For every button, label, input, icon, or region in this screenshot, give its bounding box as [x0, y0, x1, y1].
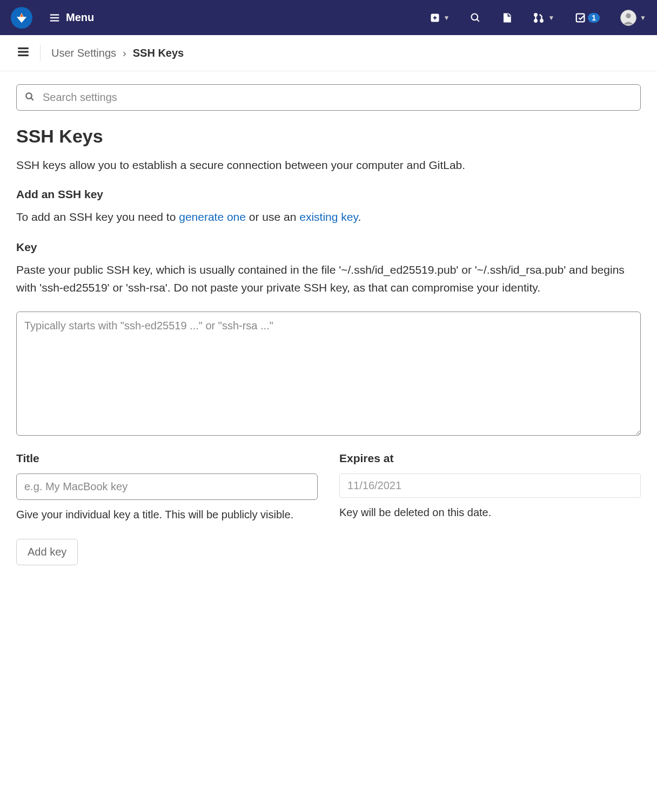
- todos-link[interactable]: 1: [575, 12, 600, 24]
- svg-point-6: [535, 13, 538, 16]
- key-heading: Key: [16, 241, 641, 254]
- page-title: SSH Keys: [16, 126, 641, 147]
- svg-line-5: [477, 19, 479, 21]
- svg-point-4: [472, 13, 478, 20]
- breadcrumb-separator: ›: [123, 47, 126, 59]
- svg-point-7: [535, 19, 538, 22]
- breadcrumb-current: SSH Keys: [133, 47, 184, 59]
- title-help: Give your individual key a title. This w…: [16, 506, 318, 523]
- search-settings-input[interactable]: [16, 84, 641, 111]
- search-icon: [470, 12, 481, 23]
- chevron-down-icon: ▼: [548, 14, 554, 22]
- svg-point-15: [26, 93, 32, 99]
- create-new-dropdown[interactable]: ▼: [430, 12, 450, 23]
- chevron-down-icon: ▼: [640, 14, 646, 22]
- search-icon: [25, 92, 35, 104]
- sidebar-toggle[interactable]: [16, 45, 41, 61]
- expires-label: Expires at: [339, 452, 641, 465]
- todo-count-badge: 1: [588, 13, 600, 23]
- user-menu-dropdown[interactable]: ▼: [620, 10, 646, 26]
- hamburger-icon: [16, 45, 30, 59]
- hamburger-icon: [49, 12, 61, 24]
- add-key-heading: Add an SSH key: [16, 188, 641, 201]
- add-key-button[interactable]: Add key: [16, 539, 78, 565]
- menu-button[interactable]: Menu: [49, 11, 94, 24]
- avatar-icon: [621, 10, 636, 26]
- add-key-text: To add an SSH key you need to generate o…: [16, 208, 641, 226]
- tanuki-icon: [16, 12, 28, 24]
- expires-input[interactable]: [339, 473, 641, 498]
- merge-request-icon: [533, 12, 545, 24]
- svg-rect-9: [576, 13, 585, 22]
- title-input[interactable]: [16, 473, 318, 500]
- title-field-group: Title Give your individual key a title. …: [16, 452, 318, 523]
- main-content: SSH Keys SSH keys allow you to establish…: [0, 71, 657, 578]
- title-label: Title: [16, 452, 318, 465]
- issues-link[interactable]: [501, 12, 512, 24]
- svg-point-11: [626, 13, 631, 18]
- user-avatar: [620, 10, 636, 26]
- search-settings-container: [16, 84, 641, 111]
- existing-key-link[interactable]: existing key: [299, 211, 358, 223]
- menu-label: Menu: [66, 11, 94, 24]
- issues-icon: [501, 12, 512, 24]
- plus-square-icon: [430, 12, 440, 23]
- expires-field-group: Expires at Key will be deleted on this d…: [339, 452, 641, 523]
- todo-icon: [575, 12, 587, 24]
- breadcrumb-parent[interactable]: User Settings: [51, 47, 116, 59]
- expires-help: Key will be deleted on this date.: [339, 504, 641, 520]
- page-description: SSH keys allow you to establish a secure…: [16, 157, 641, 174]
- key-description: Paste your public SSH key, which is usua…: [16, 261, 641, 296]
- top-navbar: Menu ▼ ▼ 1 ▼: [0, 0, 657, 35]
- svg-line-16: [31, 98, 33, 100]
- subheader: User Settings › SSH Keys: [0, 35, 657, 71]
- svg-point-8: [541, 19, 544, 22]
- generate-one-link[interactable]: generate one: [179, 211, 246, 223]
- merge-requests-dropdown[interactable]: ▼: [533, 12, 554, 24]
- gitlab-logo[interactable]: [11, 7, 32, 29]
- key-textarea[interactable]: [16, 312, 641, 436]
- chevron-down-icon: ▼: [444, 14, 450, 22]
- search-button[interactable]: [470, 12, 481, 23]
- breadcrumb: User Settings › SSH Keys: [51, 47, 184, 59]
